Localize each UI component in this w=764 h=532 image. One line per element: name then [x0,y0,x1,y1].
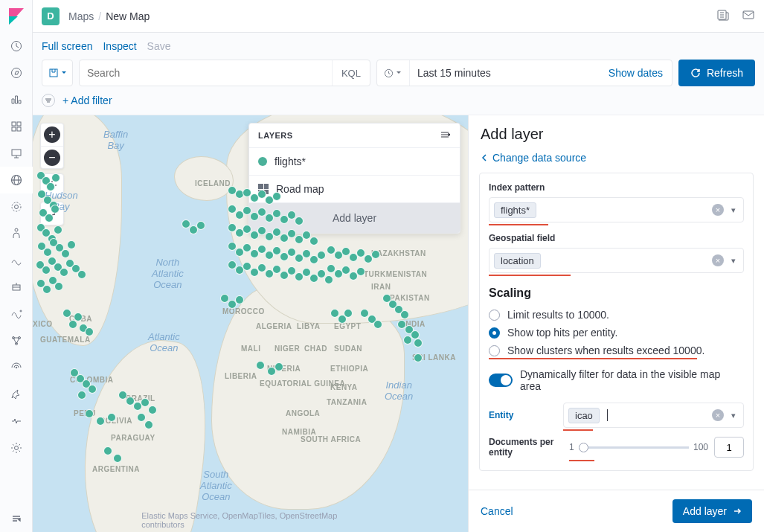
data-point[interactable] [51,173,60,182]
data-point[interactable] [356,267,365,276]
docs-slider[interactable] [579,446,689,449]
kibana-logo[interactable] [0,0,33,33]
saved-query-button[interactable] [42,60,73,86]
data-point[interactable] [60,268,68,277]
dynamic-filter-toggle[interactable] [489,374,513,387]
geo-field-select[interactable]: location × ▾ [489,248,744,273]
docs-value-input[interactable] [714,437,744,458]
data-point[interactable] [68,320,77,329]
data-point[interactable] [235,295,244,304]
index-pattern-select[interactable]: flights* × ▾ [489,197,744,222]
chevron-down-icon[interactable]: ▾ [728,256,739,266]
full-screen-link[interactable]: Full screen [42,40,92,52]
chevron-down-icon[interactable]: ▾ [728,411,739,420]
data-point[interactable] [295,217,304,225]
data-point[interactable] [344,309,353,318]
nav-apm-icon[interactable] [0,354,33,381]
layers-collapse-icon[interactable] [440,131,451,140]
data-point[interactable] [141,398,150,407]
clear-icon[interactable]: × [712,204,724,216]
nav-collapse-icon[interactable] [0,505,33,532]
user-avatar[interactable]: D [42,7,60,25]
data-point[interactable] [272,192,281,201]
data-point[interactable] [96,417,105,426]
time-range-label[interactable]: Last 15 minutes [410,67,600,79]
nav-graph-icon[interactable] [0,327,33,354]
search-input[interactable] [80,67,332,79]
data-point[interactable] [317,251,326,260]
radio-icon[interactable] [489,310,500,321]
data-point[interactable] [88,385,97,394]
data-point[interactable] [42,285,51,294]
breadcrumb-root[interactable]: Maps [68,10,94,22]
radio-icon[interactable] [489,327,500,339]
nav-discover-icon[interactable] [0,60,33,86]
layer-item[interactable]: flights* [249,148,460,176]
data-point[interactable] [77,391,86,400]
nav-logs-icon[interactable] [0,247,33,274]
data-point[interactable] [113,454,122,463]
data-point[interactable] [45,214,54,222]
data-point[interactable] [43,248,52,257]
entity-select[interactable]: icao × ▾ [563,403,744,428]
show-dates-link[interactable]: Show dates [600,67,672,79]
data-point[interactable] [414,353,423,362]
news-icon[interactable] [716,8,730,25]
chevron-down-icon[interactable]: ▾ [728,205,739,215]
data-point[interactable] [107,413,116,422]
data-point[interactable] [77,270,86,279]
add-layer-button[interactable]: Add layer [672,499,752,523]
scaling-option[interactable]: Show top hits per entity. [489,324,744,342]
data-point[interactable] [42,266,51,275]
radio-icon[interactable] [489,345,500,356]
add-filter-link[interactable]: + Add filter [62,94,112,106]
data-point[interactable] [54,282,63,291]
data-point[interactable] [62,309,71,318]
filter-options-icon[interactable] [42,94,55,107]
zoom-in-button[interactable]: + [41,124,63,146]
data-point[interactable] [196,221,205,230]
data-point[interactable] [85,327,94,336]
nav-dev-icon[interactable] [0,381,33,408]
data-point[interactable] [309,237,318,246]
data-point[interactable] [373,320,382,329]
nav-monitoring-icon[interactable] [0,408,33,435]
data-point[interactable] [400,310,409,319]
data-point[interactable] [51,205,60,214]
data-point[interactable] [403,336,412,344]
nav-maps-icon[interactable] [0,167,33,193]
refresh-button[interactable]: Refresh [678,60,755,86]
data-point[interactable] [275,362,283,371]
data-point[interactable] [144,420,153,429]
data-point[interactable] [324,275,333,284]
layer-item[interactable]: Road map [249,176,460,203]
nav-management-icon[interactable] [0,435,33,461]
data-point[interactable] [46,182,55,191]
nav-dashboard-icon[interactable] [0,113,33,140]
nav-metrics-icon[interactable] [0,220,33,247]
clear-icon[interactable]: × [712,409,724,421]
mail-icon[interactable] [742,8,755,25]
data-point[interactable] [371,250,380,259]
data-point[interactable] [85,409,94,418]
map-canvas[interactable]: + − LAYERS flights* [33,115,468,532]
scaling-option[interactable]: Show clusters when results exceed 10000. [489,342,744,359]
data-point[interactable] [61,249,70,258]
nav-visualize-icon[interactable] [0,86,33,113]
time-quick-button[interactable] [377,60,410,86]
scaling-option[interactable]: Limit results to 10000. [489,306,744,324]
nav-siem-icon[interactable] [0,274,33,301]
zoom-out-button[interactable]: − [41,146,63,168]
data-point[interactable] [256,361,265,370]
inspect-link[interactable]: Inspect [103,40,136,52]
data-point[interactable] [414,339,423,347]
data-point[interactable] [148,406,157,414]
data-point[interactable] [103,446,112,455]
nav-ml-icon[interactable] [0,193,33,220]
nav-uptime-icon[interactable] [0,301,33,327]
cancel-button[interactable]: Cancel [481,505,513,517]
kql-toggle[interactable]: KQL [332,60,370,86]
clear-icon[interactable]: × [712,254,724,266]
data-point[interactable] [54,225,62,234]
change-data-source-link[interactable]: Change data source [469,150,764,173]
